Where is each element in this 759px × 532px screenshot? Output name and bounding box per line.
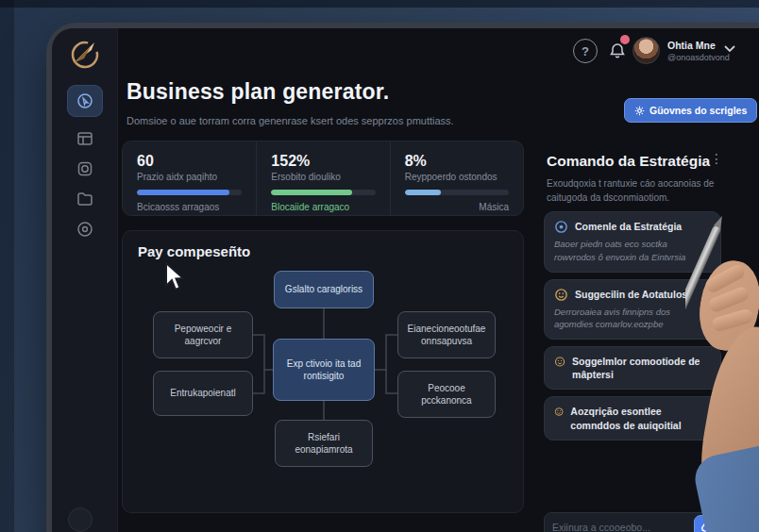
flow-node-label: Rsiefari eonapiamrota <box>283 431 364 457</box>
flowchart-panel: Pay compeseñto Gslalto caragloriss Pepow… <box>122 230 524 513</box>
target-disc-icon <box>76 220 94 239</box>
flow-node-label: Eianecioneootufae onnsapuvsa <box>406 323 487 348</box>
suggestion-title: Comenle da Estratégia <box>575 220 682 233</box>
flow-node-bottom[interactable]: Rsiefari eonapiamrota <box>275 420 373 467</box>
square-circle-icon <box>76 159 94 178</box>
question-mark-icon: ? <box>582 44 589 58</box>
smiley-icon <box>554 405 564 419</box>
user-menu-chevron[interactable] <box>724 45 735 53</box>
stat-value: 60 <box>137 153 242 170</box>
progress-fill <box>137 190 229 195</box>
flow-node-label: Gslalto caragloriss <box>285 283 363 296</box>
user-menu[interactable]: Ohtia Mne @onoasdotvond <box>667 40 730 62</box>
folder-icon <box>76 190 94 208</box>
stat-col-1: 60 Prazio aidx paqihto Bcicaosss arragao… <box>123 141 256 215</box>
stat-label: Ersobito diouliko <box>271 172 375 182</box>
strategy-panel-subtitle: Exoudqoxia t rantuxie cáo aocanoias de c… <box>547 177 718 205</box>
stat-footer: Blocaiide arragaco <box>271 202 375 212</box>
app-window: ? Ohtia Mne @onoasdotvond Business plan … <box>52 28 759 532</box>
flow-node-right-top[interactable]: Eianecioneootufae onnsapuvsa <box>397 311 496 358</box>
progress-track <box>271 190 375 195</box>
gear-icon <box>634 106 645 116</box>
mouse-cursor-icon <box>162 261 187 293</box>
sidebar-item-dashboard[interactable] <box>67 85 103 117</box>
sidebar-item-projects[interactable] <box>67 123 103 155</box>
stat-footer: Másica <box>405 202 509 212</box>
user-name: Ohtia Mne <box>667 40 730 51</box>
flow-node-top[interactable]: Gslalto caragloriss <box>274 271 374 308</box>
sidebar-item-targets[interactable] <box>67 213 103 245</box>
bell-icon <box>608 42 627 60</box>
progress-track <box>405 190 509 195</box>
flow-node-center[interactable]: Exp ctivoio ita tad rontisigito <box>273 339 375 401</box>
sidebar-item-files[interactable] <box>67 183 103 215</box>
flow-node-label: Pepoweocir e aagrcvor <box>161 323 245 348</box>
progress-fill <box>271 190 352 195</box>
flow-node-left-bottom[interactable]: Entrukapoienatl <box>153 371 253 416</box>
flow-node-label: Peocooe pcckanonca <box>406 382 487 407</box>
sidebar-bottom-avatar[interactable] <box>68 507 93 532</box>
target-icon <box>554 220 568 234</box>
user-handle: @onoasdotvond <box>667 53 730 62</box>
user-avatar[interactable] <box>632 37 660 64</box>
page-title: Business plan generator. <box>126 79 389 105</box>
page-subtitle: Domsioe o aue torram corra genenrase kse… <box>126 115 454 126</box>
kebab-menu-icon[interactable]: ⋮ <box>710 151 723 166</box>
stat-label: Reyppoerdo ostondos <box>405 172 509 182</box>
generate-scripts-button[interactable]: Güovnes do scrigles <box>624 98 757 123</box>
stat-value: 8% <box>405 153 509 170</box>
flow-node-right-bottom[interactable]: Peocooe pcckanonca <box>397 371 496 418</box>
flow-node-label: Exp ctivoio ita tad rontisigito <box>281 357 366 383</box>
hand-with-stylus-photo <box>685 213 759 532</box>
notification-badge <box>620 35 630 44</box>
smiley-icon <box>554 288 568 302</box>
app-logo-compass-icon <box>65 34 105 74</box>
generate-scripts-label: Güovnes do scrigles <box>649 105 747 116</box>
stat-footer: Bcicaosss arragaos <box>137 202 242 212</box>
stats-card: 60 Prazio aidx paqihto Bcicaosss arragao… <box>122 141 524 216</box>
chat-input[interactable] <box>545 522 694 532</box>
suggestion-title: Suggecilin de Aotatulos <box>575 288 687 301</box>
strategy-panel-title: Comando da Estratégia <box>547 153 710 170</box>
smiley-icon <box>554 355 565 369</box>
dashboard-compass-icon <box>76 91 94 110</box>
progress-track <box>137 190 242 195</box>
window-panel-icon <box>76 129 94 148</box>
help-button[interactable]: ? <box>573 39 598 63</box>
stat-col-2: 152% Ersobito diouliko Blocaiide arragac… <box>256 141 389 215</box>
flow-node-left-top[interactable]: Pepoweocir e aagrcvor <box>153 311 253 358</box>
sidebar-item-media[interactable] <box>67 153 103 185</box>
flow-node-label: Entrukapoienatl <box>170 387 236 400</box>
sidebar <box>52 28 118 532</box>
stat-value: 152% <box>271 153 375 170</box>
chevron-down-icon <box>724 45 735 53</box>
progress-fill <box>405 190 442 195</box>
stat-col-3: 8% Reyppoerdo ostondos Másica <box>390 141 523 215</box>
stat-label: Prazio aidx paqihto <box>137 172 242 182</box>
